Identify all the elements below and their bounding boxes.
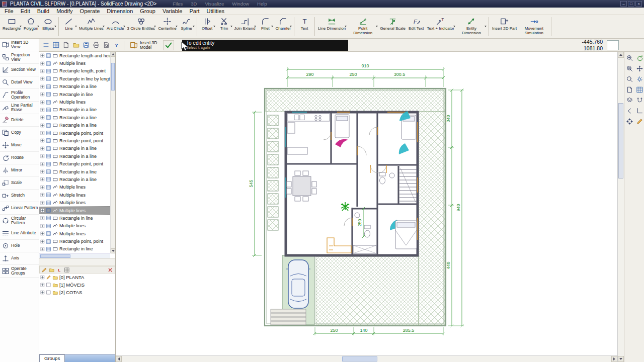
dropdown-arrow-icon[interactable] bbox=[75, 26, 77, 27]
tool-arc-circle[interactable]: Arc Circle bbox=[105, 16, 126, 38]
tool-chamfer[interactable]: Chamfer bbox=[274, 16, 292, 38]
dropdown-arrow-icon[interactable] bbox=[20, 26, 22, 27]
entity-row[interactable]: Rectangle in a line bbox=[39, 175, 110, 183]
tool-movement-simulation[interactable]: Movement Simulation bbox=[518, 16, 549, 38]
entity-row[interactable]: Rectangle point, point bbox=[39, 129, 110, 137]
sidebar-item-section-view[interactable]: Section View bbox=[0, 64, 39, 76]
tool-insert-2d-part[interactable]: Insert 2D Part bbox=[491, 16, 518, 38]
vscroll-track[interactable] bbox=[618, 58, 624, 356]
entity-row[interactable]: Rectangle point, point bbox=[39, 237, 110, 245]
canvas-hscrollbar[interactable] bbox=[116, 355, 617, 362]
titlebar-menu-visualize[interactable]: Visualize bbox=[205, 1, 224, 7]
sidebar-item-line-attribute[interactable]: Line Attribute bbox=[0, 227, 39, 240]
entity-row[interactable]: Rectangle in line bbox=[39, 90, 110, 98]
entity-row[interactable]: Multiple lines bbox=[39, 230, 110, 237]
dropdown-arrow-icon[interactable] bbox=[345, 26, 347, 27]
entity-row[interactable]: Rectangle in a line bbox=[39, 106, 110, 114]
coordinate-input-box[interactable] bbox=[607, 40, 619, 50]
entity-row[interactable]: Rectangle in a line bbox=[39, 168, 110, 175]
grid-toggle-button[interactable] bbox=[635, 85, 644, 95]
ortho-toggle-button[interactable] bbox=[635, 106, 644, 116]
group-row-1-m-veis[interactable]: [1] MÓVEIS bbox=[39, 281, 115, 289]
entity-row[interactable]: Multiple lines bbox=[39, 184, 110, 191]
entity-row[interactable]: Rectangle in a line bbox=[39, 122, 110, 129]
tool-rectangle[interactable]: Rectangle bbox=[1, 16, 22, 38]
menu-file[interactable]: File bbox=[1, 8, 17, 14]
dropdown-arrow-icon[interactable] bbox=[154, 26, 156, 27]
menu-build[interactable]: Build bbox=[34, 8, 53, 14]
entity-row[interactable]: Rectangle in a line bbox=[39, 145, 110, 152]
tool-polygon[interactable]: Polygon bbox=[22, 16, 40, 38]
entity-row[interactable]: Rectangle in a line bbox=[39, 152, 110, 160]
groups-tab[interactable]: Groups bbox=[39, 354, 65, 362]
drawing-canvas[interactable]: 910290250300.5545340940440250140285.5250 bbox=[116, 52, 617, 362]
sidebar-item-stretch[interactable]: Stretch bbox=[0, 190, 39, 202]
tool-text[interactable]: TText bbox=[296, 16, 313, 38]
dropdown-arrow-icon[interactable] bbox=[123, 26, 125, 27]
tree-scroll-track[interactable] bbox=[111, 57, 115, 248]
entity-row[interactable]: Rectangle point, point bbox=[39, 160, 110, 167]
dropdown-arrow-icon[interactable] bbox=[254, 26, 256, 27]
insert-3d-model-button[interactable]: Insert 3D Model bbox=[127, 40, 162, 50]
tree-scroll-up[interactable] bbox=[111, 52, 115, 57]
tool-line-dimension[interactable]: Line Dimension bbox=[316, 16, 347, 38]
tool-ellipse[interactable]: Ellipse bbox=[40, 16, 57, 38]
sidebar-item-rotate[interactable]: Rotate bbox=[0, 152, 39, 164]
layers-button[interactable] bbox=[625, 96, 634, 105]
tool-point-dimension[interactable]: Point Dimension bbox=[347, 16, 378, 38]
sidebar-item-detail-view[interactable]: Detail View bbox=[0, 76, 39, 89]
group-row-2-cotas[interactable]: [2] COTAS bbox=[39, 289, 115, 296]
dropdown-arrow-icon[interactable] bbox=[213, 26, 215, 27]
menu-part[interactable]: Part bbox=[186, 8, 203, 14]
menu-group[interactable]: Group bbox=[136, 8, 159, 14]
confirm-button[interactable] bbox=[163, 40, 174, 50]
dropdown-arrow-icon[interactable] bbox=[103, 26, 105, 27]
group-folder-button[interactable] bbox=[49, 267, 55, 273]
entity-row[interactable]: Rectangle point, point bbox=[39, 137, 110, 144]
group-label-button[interactable]: L bbox=[56, 267, 62, 273]
sidebar-item-hole[interactable]: Hole bbox=[0, 240, 39, 252]
group-grid-button[interactable] bbox=[64, 267, 70, 273]
dropdown-arrow-icon[interactable] bbox=[54, 26, 56, 27]
dropdown-arrow-icon[interactable] bbox=[290, 26, 292, 27]
zoom-in-button[interactable] bbox=[625, 53, 634, 63]
dropdown-arrow-icon[interactable] bbox=[453, 26, 455, 27]
print-preview-button[interactable] bbox=[102, 41, 111, 50]
view-list-button[interactable] bbox=[41, 41, 50, 50]
sidebar-item-axis[interactable]: Axis bbox=[0, 252, 39, 265]
sheet-settings-button[interactable] bbox=[625, 85, 634, 95]
tool-text-indicator[interactable]: TText + Indicator bbox=[425, 16, 455, 38]
tree-scroll-down[interactable] bbox=[111, 248, 115, 253]
vscroll-thumb[interactable] bbox=[618, 103, 623, 178]
edit-group-button[interactable] bbox=[41, 267, 47, 273]
new-document-button[interactable] bbox=[61, 41, 70, 50]
floorplan-drawing[interactable]: 910290250300.5545340940440250140285.5250 bbox=[116, 52, 617, 355]
sidebar-item-linear-pattern[interactable]: Linear Pattern bbox=[0, 202, 39, 215]
dropdown-arrow-icon[interactable] bbox=[485, 26, 487, 27]
tool-3-circle-entities[interactable]: 3 Circle Entities bbox=[126, 16, 157, 38]
tree-hscroll-thumb[interactable] bbox=[40, 254, 70, 258]
group-row-0-planta[interactable]: [0] PLANTA bbox=[39, 274, 115, 281]
tool-general-scale[interactable]: General Scale bbox=[378, 16, 407, 38]
titlebar-menu-help[interactable]: Help bbox=[257, 1, 267, 7]
tree-hscrollbar[interactable] bbox=[39, 253, 110, 258]
entity-row[interactable]: Rectangle in line bbox=[39, 214, 110, 222]
close-button[interactable]: × bbox=[635, 1, 642, 7]
scroll-left[interactable] bbox=[116, 356, 122, 362]
entity-row[interactable]: Multiple lines bbox=[39, 191, 110, 199]
sidebar-item-projection-view[interactable]: Projection View bbox=[0, 51, 39, 64]
sidebar-item-copy[interactable]: Copy bbox=[0, 127, 39, 139]
scroll-down[interactable] bbox=[618, 356, 624, 362]
tool-fillet[interactable]: Fillet bbox=[257, 16, 274, 38]
zoom-window-button[interactable] bbox=[625, 64, 634, 73]
entity-row[interactable]: Rectangle length, point bbox=[39, 67, 110, 75]
sidebar-item-delete[interactable]: Delete bbox=[0, 114, 39, 127]
titlebar-menu-window[interactable]: Window bbox=[232, 1, 249, 7]
hscroll-thumb[interactable] bbox=[342, 356, 377, 361]
view-grid-button[interactable] bbox=[51, 41, 60, 50]
pan-button[interactable] bbox=[635, 64, 644, 73]
sidebar-item-profile-operation[interactable]: Profile Operation bbox=[0, 89, 39, 102]
dropdown-arrow-icon[interactable] bbox=[271, 26, 273, 27]
tool-edit-text[interactable]: FEdit Text bbox=[407, 16, 426, 38]
dropdown-arrow-icon[interactable] bbox=[230, 26, 232, 27]
